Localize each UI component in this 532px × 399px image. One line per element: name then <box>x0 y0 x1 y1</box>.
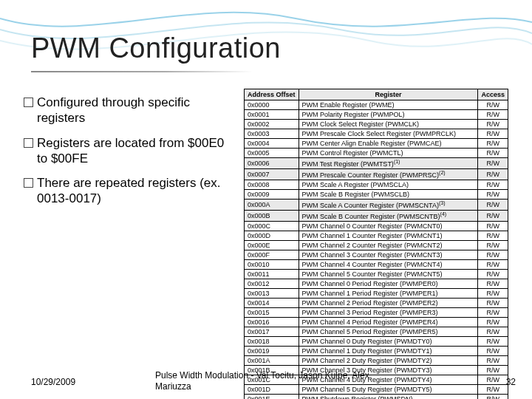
cell-access: R/W <box>478 139 508 149</box>
cell-register: PWM Channel 2 Period Register (PWMPER2) <box>299 299 478 308</box>
cell-address: 0x000E <box>245 241 299 250</box>
cell-register: PWM Channel 0 Period Register (PWMPER0) <box>299 279 478 289</box>
footer-date: 10/29/2009 <box>31 377 75 387</box>
table-row: 0x0007PWM Prescale Counter Register (PWM… <box>245 169 508 180</box>
table-row: 0x0017PWM Channel 5 Period Register (PWM… <box>245 327 508 337</box>
table-row: 0x0005PWM Control Register (PWMCTL)R/W <box>245 149 508 158</box>
table-row: 0x000BPWM Scale B Counter Register (PWMS… <box>245 211 508 222</box>
cell-access: R/W <box>478 270 508 279</box>
cell-access: R/W <box>478 200 508 211</box>
table-row: 0x000DPWM Channel 1 Counter Register (PW… <box>245 231 508 241</box>
cell-register: PWM Center Align Enable Register (PWMCAE… <box>299 139 478 149</box>
cell-access: R/W <box>478 308 508 318</box>
cell-register: PWM Test Register (PWMTST)(1) <box>299 158 478 169</box>
cell-address: 0x0019 <box>245 347 299 356</box>
cell-address: 0x0013 <box>245 289 299 299</box>
cell-access: R/W <box>478 385 508 395</box>
bullet-item: Configured through specific registers <box>24 95 238 126</box>
cell-register: PWM Channel 1 Duty Register (PWMDTY1) <box>299 347 478 356</box>
table-row: 0x001EPWM Shutdown Register (PWMSDN)R/W <box>245 395 508 400</box>
cell-access: R/W <box>478 110 508 120</box>
cell-register: PWM Control Register (PWMCTL) <box>299 149 478 158</box>
cell-access: R/W <box>478 356 508 366</box>
cell-register: PWM Clock Select Register (PWMCLK) <box>299 120 478 129</box>
slide-number: 32 <box>506 377 516 387</box>
cell-address: 0x0014 <box>245 299 299 308</box>
table-row: 0x0004PWM Center Align Enable Register (… <box>245 139 508 149</box>
cell-address: 0x000C <box>245 222 299 231</box>
cell-access: R/W <box>478 120 508 129</box>
cell-address: 0x0000 <box>245 100 299 110</box>
cell-register: PWM Scale A Register (PWMSCLA) <box>299 180 478 190</box>
cell-access: R/W <box>478 222 508 231</box>
table-row: 0x0009PWM Scale B Register (PWMSCLB)R/W <box>245 190 508 200</box>
footer-authors: Pulse Width Modulation - Val Tocitu, Jas… <box>155 370 377 392</box>
table-row: 0x000EPWM Channel 2 Counter Register (PW… <box>245 241 508 250</box>
table-row: 0x0011PWM Channel 5 Counter Register (PW… <box>245 270 508 279</box>
cell-register: PWM Shutdown Register (PWMSDN) <box>299 395 478 400</box>
cell-access: R/W <box>478 375 508 385</box>
cell-address: 0x0002 <box>245 120 299 129</box>
cell-access: R/W <box>478 100 508 110</box>
cell-register: PWM Channel 0 Counter Register (PWMCNT0) <box>299 222 478 231</box>
cell-address: 0x0008 <box>245 180 299 190</box>
cell-register: PWM Channel 2 Counter Register (PWMCNT2) <box>299 241 478 250</box>
cell-address: 0x0016 <box>245 318 299 327</box>
cell-address: 0x0004 <box>245 139 299 149</box>
cell-address: 0x000A <box>245 200 299 211</box>
title-underline <box>31 71 253 72</box>
table-row: 0x0001PWM Polarity Register (PWMPOL)R/W <box>245 110 508 120</box>
cell-address: 0x000B <box>245 211 299 222</box>
table-row: 0x0016PWM Channel 4 Period Register (PWM… <box>245 318 508 327</box>
table-row: 0x0014PWM Channel 2 Period Register (PWM… <box>245 299 508 308</box>
bullet-list: Configured through specific registers Re… <box>24 95 238 216</box>
cell-address: 0x001E <box>245 395 299 400</box>
cell-address: 0x0011 <box>245 270 299 279</box>
cell-access: R/W <box>478 347 508 356</box>
cell-register: PWM Scale B Register (PWMSCLB) <box>299 190 478 200</box>
table-row: 0x0002PWM Clock Select Register (PWMCLK)… <box>245 120 508 129</box>
cell-register: PWM Prescale Counter Register (PWMPRSC)(… <box>299 169 478 180</box>
cell-access: R/W <box>478 129 508 139</box>
cell-address: 0x0018 <box>245 337 299 347</box>
cell-address: 0x0010 <box>245 260 299 270</box>
cell-register: PWM Prescale Clock Select Register (PWMP… <box>299 129 478 139</box>
cell-access: R/W <box>478 180 508 190</box>
table-row: 0x0008PWM Scale A Register (PWMSCLA)R/W <box>245 180 508 190</box>
cell-register: PWM Enable Register (PWME) <box>299 100 478 110</box>
cell-address: 0x000F <box>245 250 299 260</box>
cell-access: R/W <box>478 260 508 270</box>
bullet-item: There are repeated registers (ex. 0013-0… <box>24 175 238 207</box>
cell-register: PWM Polarity Register (PWMPOL) <box>299 110 478 120</box>
cell-access: R/W <box>478 279 508 289</box>
col-header-address: Address Offset <box>245 89 299 100</box>
cell-register: PWM Channel 0 Duty Register (PWMDTY0) <box>299 337 478 347</box>
bullet-item: Registers are located from $00E0 to $00F… <box>24 135 238 167</box>
cell-register: PWM Channel 1 Period Register (PWMPER1) <box>299 289 478 299</box>
cell-address: 0x0006 <box>245 158 299 169</box>
cell-address: 0x001A <box>245 356 299 366</box>
register-table: Address Offset Register Access 0x0000PWM… <box>244 89 508 399</box>
cell-register: PWM Channel 4 Counter Register (PWMCNT4) <box>299 260 478 270</box>
cell-address: 0x0007 <box>245 169 299 180</box>
cell-register: PWM Channel 5 Counter Register (PWMCNT5) <box>299 270 478 279</box>
cell-access: R/W <box>478 158 508 169</box>
col-header-access: Access <box>478 89 508 100</box>
cell-register: PWM Channel 2 Duty Register (PWMDTY2) <box>299 356 478 366</box>
register-table-wrap: Address Offset Register Access 0x0000PWM… <box>244 89 508 399</box>
table-row: 0x0006PWM Test Register (PWMTST)(1)R/W <box>245 158 508 169</box>
cell-register: PWM Channel 5 Period Register (PWMPER5) <box>299 327 478 337</box>
table-row: 0x0000PWM Enable Register (PWME)R/W <box>245 100 508 110</box>
col-header-register: Register <box>299 89 478 100</box>
table-row: 0x0012PWM Channel 0 Period Register (PWM… <box>245 279 508 289</box>
cell-register: PWM Scale B Counter Register (PWMSCNTB)(… <box>299 211 478 222</box>
table-row: 0x0013PWM Channel 1 Period Register (PWM… <box>245 289 508 299</box>
cell-register: PWM Channel 3 Period Register (PWMPER3) <box>299 308 478 318</box>
cell-register: PWM Channel 3 Counter Register (PWMCNT3) <box>299 250 478 260</box>
cell-access: R/W <box>478 366 508 375</box>
cell-address: 0x0003 <box>245 129 299 139</box>
cell-address: 0x0005 <box>245 149 299 158</box>
table-row: 0x001APWM Channel 2 Duty Register (PWMDT… <box>245 356 508 366</box>
table-row: 0x000CPWM Channel 0 Counter Register (PW… <box>245 222 508 231</box>
cell-access: R/W <box>478 241 508 250</box>
